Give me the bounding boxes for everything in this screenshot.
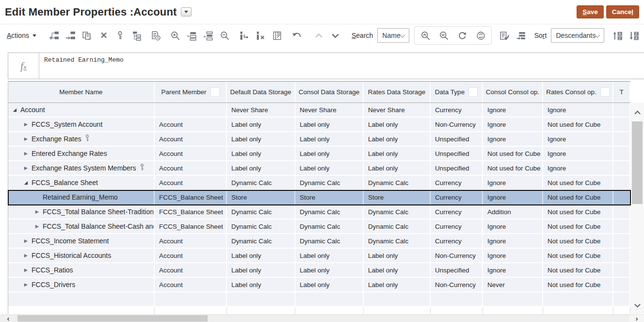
table-row[interactable]: ▶Exchange Rates System MembersAccountLab… (8, 161, 630, 176)
cancel-button[interactable]: Cancel (606, 5, 639, 18)
consol-data-storage-cell[interactable]: Label only (295, 147, 364, 161)
consol-op-cell[interactable]: Ignore (483, 103, 543, 118)
sort-dropdown[interactable]: Descendants (551, 28, 604, 43)
default-data-storage-cell[interactable]: Label only (227, 161, 295, 176)
data-type-cell[interactable]: Currency (431, 103, 483, 118)
data-type-cell[interactable]: Currency (431, 220, 483, 234)
vertical-scroll-thumb[interactable] (632, 121, 643, 204)
default-data-storage-cell[interactable]: Label only (227, 132, 295, 147)
vertical-scrollbar[interactable] (630, 103, 644, 314)
parent-member-cell[interactable]: FCCS_Balance Sheet (155, 190, 227, 205)
parent-member-cell[interactable]: Account (155, 263, 227, 278)
rates-op-cell[interactable]: Ignore (543, 147, 613, 161)
zoom-in-icon[interactable] (169, 29, 182, 42)
default-data-storage-cell[interactable]: Never Share (227, 103, 295, 118)
time-balance-cell[interactable] (613, 263, 630, 278)
sort-descending-icon[interactable]: ZA (628, 29, 640, 42)
column-header-rates-consol-op[interactable]: Rates Consol op. (543, 82, 613, 102)
table-row[interactable]: ▶FCCS_DriversAccountLabel onlyLabel only… (8, 278, 630, 292)
rates-data-storage-cell[interactable]: Label only (364, 118, 431, 132)
expand-toggle-icon[interactable]: ▶ (22, 282, 30, 287)
table-row[interactable]: ▶Entered Exchange RatesAccountLabel only… (8, 147, 630, 161)
table-row[interactable]: ▶FCCS_System AccountAccountLabel onlyLab… (8, 118, 630, 132)
rates-op-cell[interactable]: Not used for Cube (543, 249, 613, 263)
time-balance-cell[interactable] (613, 278, 630, 292)
rates-data-storage-cell[interactable]: Never Share (364, 103, 431, 118)
consol-op-cell[interactable]: Not used for Cube (483, 147, 543, 161)
data-type-cell[interactable]: Unspecified (431, 147, 483, 161)
consol-op-cell[interactable]: Ignore (483, 118, 543, 132)
validate-members-icon[interactable] (499, 29, 511, 42)
search-scope-dropdown[interactable]: Name (377, 28, 409, 43)
default-data-storage-cell[interactable]: Dynamic Calc (227, 205, 295, 220)
save-button[interactable]: Save (577, 5, 604, 18)
rates-op-cell[interactable]: Ignore (543, 132, 613, 147)
next-member-icon[interactable] (329, 29, 342, 42)
consol-data-storage-cell[interactable]: Label only (295, 278, 364, 292)
collapse-toggle-icon[interactable]: ◢ (11, 107, 18, 112)
add-sibling-icon[interactable] (64, 29, 77, 42)
expand-toggle-icon[interactable]: ▶ (22, 253, 30, 258)
time-balance-cell[interactable] (613, 220, 630, 234)
parent-member-cell[interactable]: FCCS_Balance Sheet (155, 220, 227, 234)
data-type-cell[interactable]: Currency (431, 205, 483, 220)
actions-menu[interactable]: Actions (7, 32, 36, 39)
data-type-cell[interactable]: Currency (431, 190, 483, 205)
member-name-cell[interactable]: ◢FCCS_Balance Sheet (8, 176, 155, 190)
member-name-cell[interactable]: ▶Exchange Rates (8, 132, 155, 147)
parent-member-cell[interactable]: Account (155, 147, 227, 161)
expand-members-icon[interactable] (186, 29, 198, 42)
collapse-members-icon[interactable] (202, 29, 215, 42)
duplicate-member-icon[interactable] (81, 29, 94, 42)
rates-op-cell[interactable]: Not used for Cube (543, 278, 613, 292)
expand-toggle-icon[interactable]: ▶ (22, 122, 30, 127)
rates-op-cell[interactable]: Not used for Cube (543, 234, 613, 249)
rates-data-storage-cell[interactable]: Label only (364, 161, 431, 176)
column-header-consol-data-storage[interactable]: Consol Data Storage (295, 82, 364, 102)
column-header-default-data-storage[interactable]: Default Data Storage (227, 82, 295, 102)
freeze-columns-icon[interactable] (271, 29, 284, 42)
remove-column-icon[interactable] (255, 29, 267, 42)
member-name-cell[interactable]: ▶FCCS_Total Balance Sheet-Cash and I (8, 220, 155, 234)
scroll-down-icon[interactable] (630, 299, 644, 312)
parent-member-cell[interactable] (155, 103, 227, 118)
delete-member-icon[interactable]: ✕ (97, 29, 110, 42)
consol-data-storage-cell[interactable]: Label only (295, 132, 364, 147)
header-edit-box[interactable] (600, 87, 610, 97)
member-name-cell[interactable]: ▶Exchange Rates System Members (8, 161, 155, 176)
table-row[interactable]: Retained Earning_MemoFCCS_Balance SheetS… (8, 190, 630, 205)
consol-data-storage-cell[interactable]: Dynamic Calc (295, 205, 364, 220)
rates-op-cell[interactable]: Ignore (543, 103, 613, 118)
rates-data-storage-cell[interactable]: Label only (364, 249, 431, 263)
rates-data-storage-cell[interactable]: Label only (364, 132, 431, 147)
data-type-cell[interactable]: Unspecified (431, 263, 483, 278)
consol-op-cell[interactable]: Ignore (483, 234, 543, 249)
expand-toggle-icon[interactable]: ▶ (33, 209, 41, 214)
default-data-storage-cell[interactable]: Dynamic Calc (227, 220, 295, 234)
consol-op-cell[interactable]: Ignore (483, 263, 543, 278)
data-type-cell[interactable]: Currency (431, 234, 483, 249)
default-data-storage-cell[interactable]: Label only (227, 263, 295, 278)
consol-op-cell[interactable]: Ignore (483, 176, 543, 190)
member-name-cell[interactable]: ▶FCCS_Ratios (8, 263, 155, 278)
rates-data-storage-cell[interactable]: Label only (364, 147, 431, 161)
consol-op-cell[interactable]: Ignore (483, 249, 543, 263)
search-next-icon[interactable] (438, 29, 451, 42)
rates-data-storage-cell[interactable]: Store (364, 190, 431, 205)
time-balance-cell[interactable] (613, 103, 630, 118)
member-formula-field[interactable]: Retained Earning_Memo (39, 53, 644, 79)
table-row[interactable]: ▶FCCS_RatiosAccountLabel onlyLabel onlyL… (8, 263, 630, 278)
add-child-icon[interactable] (48, 29, 61, 42)
rates-data-storage-cell[interactable]: Label only (364, 278, 431, 292)
consol-data-storage-cell[interactable]: Store (295, 190, 364, 205)
time-balance-cell[interactable] (613, 161, 630, 176)
rates-op-cell[interactable]: Not used for Cube (543, 263, 613, 278)
parent-member-cell[interactable]: Account (155, 234, 227, 249)
search-previous-icon[interactable] (419, 29, 432, 42)
show-hierarchy-icon[interactable] (130, 29, 143, 42)
rates-op-cell[interactable]: Ignore (543, 161, 613, 176)
default-data-storage-cell[interactable]: Store (227, 190, 295, 205)
expand-toggle-icon[interactable]: ▶ (22, 268, 30, 272)
member-name-cell[interactable]: ▶FCCS_Historical Accounts (8, 249, 155, 263)
member-name-cell[interactable]: ▶Entered Exchange Rates (8, 147, 155, 161)
